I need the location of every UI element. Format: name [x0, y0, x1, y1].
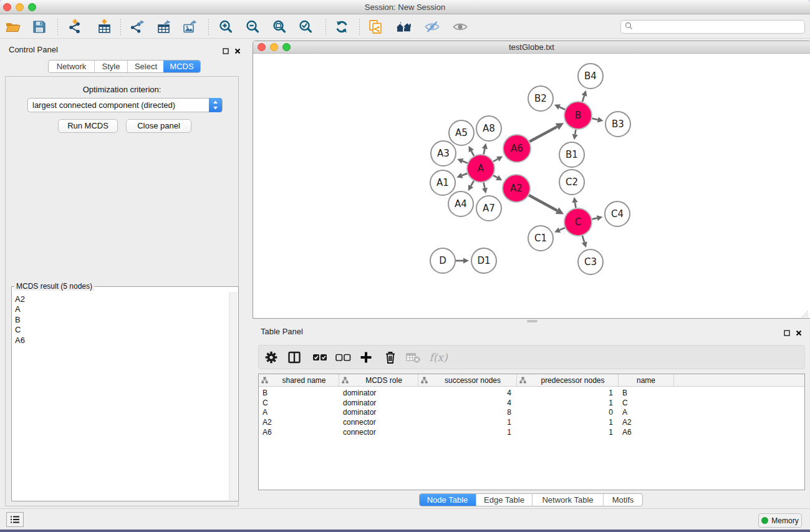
cell-name[interactable]: B [619, 389, 674, 399]
mcds-result-item[interactable]: B [15, 315, 25, 325]
edge-A-A3[interactable] [457, 158, 467, 164]
node-C1[interactable]: C1 [528, 226, 553, 251]
node-B4[interactable]: B4 [578, 64, 603, 89]
cell-predecessor-nodes[interactable]: 0 [517, 408, 619, 418]
export-table-icon[interactable] [154, 18, 173, 36]
node-A4[interactable]: A4 [448, 191, 473, 216]
mcds-result-item[interactable]: A2 [15, 294, 25, 304]
cell-shared-name[interactable]: C [259, 399, 339, 409]
edge-A-A4[interactable] [468, 181, 474, 191]
column-header-name[interactable]: name [619, 374, 674, 386]
tab-select[interactable]: Select [127, 60, 164, 72]
edge-A-A5[interactable] [468, 146, 474, 156]
edge-B-B1[interactable] [572, 130, 578, 140]
column-header-shared-name[interactable]: shared name [259, 374, 339, 386]
cell-successor-nodes[interactable]: 4 [418, 399, 517, 409]
table-close-panel-icon[interactable] [796, 327, 802, 339]
node-A[interactable]: A [467, 155, 494, 182]
tab-motifs[interactable]: Motifs [603, 494, 642, 506]
horizontal-scroll-indicator[interactable] [527, 320, 538, 322]
zoom-selected-icon[interactable] [296, 18, 315, 36]
cell-predecessor-nodes[interactable]: 1 [517, 418, 619, 428]
result-scrollbar[interactable] [229, 292, 238, 500]
node-A1[interactable]: A1 [430, 170, 455, 195]
mcds-result-item[interactable]: A [15, 304, 25, 314]
cell-shared-name[interactable]: A [259, 408, 339, 418]
edge-C-C4[interactable] [592, 215, 603, 221]
cell-MCDS-role[interactable]: dominator [339, 399, 418, 409]
cell-predecessor-nodes[interactable]: 1 [517, 389, 619, 399]
node-D1[interactable]: D1 [471, 248, 496, 273]
node-A5[interactable]: A5 [449, 120, 474, 145]
node-A7[interactable]: A7 [476, 196, 501, 221]
cell-MCDS-role[interactable]: dominator [339, 408, 418, 418]
hide-selected-icon[interactable] [423, 18, 441, 36]
cell-name[interactable]: C [619, 399, 674, 409]
close-panel-icon[interactable] [234, 46, 241, 57]
cell-successor-nodes[interactable]: 1 [418, 428, 517, 438]
node-B3[interactable]: B3 [605, 112, 630, 137]
cell-name[interactable]: A2 [619, 418, 674, 428]
table-row-A[interactable]: Adominator80A [259, 408, 804, 418]
node-C4[interactable]: C4 [605, 201, 630, 226]
tab-mcds[interactable]: MCDS [163, 60, 200, 72]
cell-name[interactable]: A [619, 408, 674, 418]
cell-shared-name[interactable]: A2 [259, 418, 339, 428]
open-session-icon[interactable] [3, 18, 22, 36]
float-panel-icon[interactable] [223, 46, 229, 57]
node-C3[interactable]: C3 [578, 249, 603, 274]
node-A6[interactable]: A6 [503, 135, 531, 162]
column-header-MCDS-role[interactable]: MCDS role [339, 374, 418, 386]
edge-C-C3[interactable] [582, 236, 587, 248]
title-bar[interactable]: Session: New Session [0, 0, 810, 14]
edge-A-A7[interactable] [482, 183, 488, 194]
node-D[interactable]: D [430, 248, 455, 273]
cell-successor-nodes[interactable]: 4 [418, 389, 517, 399]
memory-button[interactable]: Memory [758, 513, 802, 528]
cell-name[interactable]: A6 [619, 428, 674, 438]
select-all-icon[interactable] [311, 349, 329, 365]
node-C2[interactable]: C2 [559, 170, 584, 195]
table-float-panel-icon[interactable] [784, 327, 790, 339]
edge-C-C2[interactable] [572, 197, 578, 208]
node-B2[interactable]: B2 [528, 86, 553, 111]
cell-successor-nodes[interactable]: 8 [418, 408, 517, 418]
table-row-A6[interactable]: A6connector11A6 [259, 428, 804, 438]
delete-entry-icon[interactable] [381, 349, 400, 365]
edge-A-A8[interactable] [482, 143, 488, 155]
unselect-all-icon[interactable] [334, 349, 352, 365]
edge-A-A6[interactable] [493, 157, 503, 162]
cell-predecessor-nodes[interactable]: 1 [517, 399, 619, 409]
close-panel-button[interactable]: Close panel [126, 119, 191, 133]
table-settings-icon[interactable] [262, 349, 281, 365]
tab-node-table[interactable]: Node Table [419, 494, 476, 506]
home-icon[interactable] [394, 18, 413, 36]
mcds-result-item[interactable]: C [15, 325, 25, 335]
tab-style[interactable]: Style [94, 60, 127, 72]
cell-shared-name[interactable]: B [259, 389, 339, 399]
cell-shared-name[interactable]: A6 [259, 428, 339, 438]
mcds-result-item[interactable]: A6 [15, 336, 25, 346]
table-row-C[interactable]: Cdominator41C [259, 399, 804, 409]
import-table-icon[interactable] [95, 18, 113, 36]
edge-A-A1[interactable] [456, 173, 467, 178]
show-all-icon[interactable] [451, 18, 470, 36]
add-entry-icon[interactable] [357, 349, 375, 365]
tab-network[interactable]: Network [49, 60, 94, 72]
cell-MCDS-role[interactable]: connector [339, 418, 418, 428]
window-list-button[interactable] [6, 512, 24, 527]
zoom-fit-icon[interactable] [270, 18, 289, 36]
zoom-in-icon[interactable] [216, 18, 235, 36]
refresh-icon[interactable] [332, 18, 351, 36]
resize-grip-icon[interactable] [801, 309, 809, 317]
cell-predecessor-nodes[interactable]: 1 [517, 428, 619, 438]
show-column-icon[interactable] [285, 349, 304, 365]
export-network-icon[interactable] [128, 18, 147, 36]
optimization-dropdown[interactable]: largest connected component (directed) [27, 98, 223, 112]
cell-MCDS-role[interactable]: dominator [339, 389, 418, 399]
function-builder-icon[interactable]: f(x) [429, 349, 448, 365]
save-session-icon[interactable] [30, 18, 49, 36]
table-row-B[interactable]: Bdominator41B [259, 389, 804, 399]
run-mcds-button[interactable]: Run MCDS [58, 119, 118, 133]
edge-A2-C[interactable] [529, 195, 564, 215]
